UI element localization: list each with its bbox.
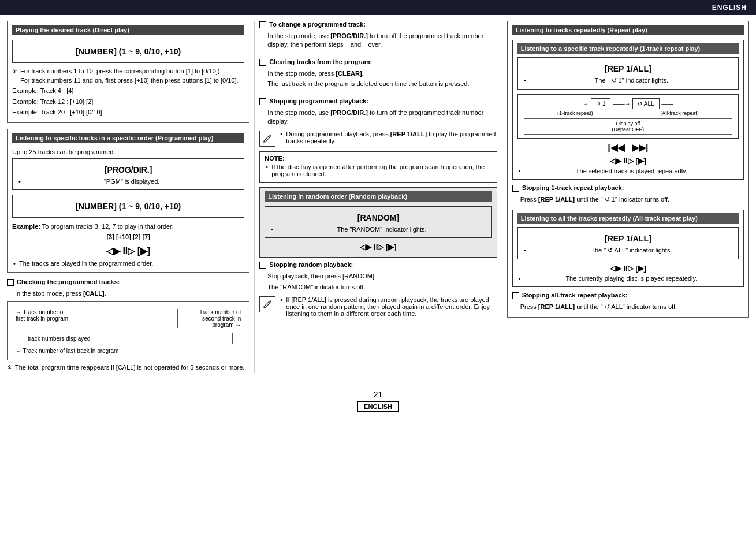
column-2: To change a programmed track: In the sto… — [254, 21, 501, 373]
page-number: 21 — [0, 390, 756, 399]
prog-dir-box: [PROG/DIR.] "PGM" is displayed. — [12, 158, 244, 190]
check-programmed-text: In the stop mode, press [CALL]. — [7, 289, 249, 298]
rep-controls-small: ◁▶ II▷ [▶] — [517, 157, 739, 165]
checkbox-icon-3 — [259, 59, 266, 66]
stop-alltrack-title: Stopping all-track repeat playback: — [522, 292, 628, 299]
repeat-play-title: Listening to tracks repeatedly (Repeat p… — [512, 25, 744, 35]
programmed-play-section: Listening to specific tracks in a specif… — [7, 129, 249, 273]
stop-alltrack-header: Stopping all-track repeat playback: — [512, 292, 744, 299]
example2: Example: Track 12 : [+10] [2] — [12, 98, 244, 106]
rep-label: [REP 1/ALL] — [523, 64, 733, 73]
note-title: NOTE: — [265, 155, 491, 162]
pencil-note-1: During programmed playback, press [REP 1… — [259, 131, 497, 147]
random-controls: ◁▶ II▷ [▶] — [265, 243, 491, 251]
number-label-2: [NUMBER] (1 ~ 9, 0/10, +10) — [17, 202, 239, 211]
prog-dir-label: [PROG/DIR.] — [17, 165, 239, 174]
display-off-label: Display off — [528, 121, 728, 126]
one-track-repeat-box: Listening to a specific track repeatedly… — [512, 40, 744, 180]
repeat-play-section: Listening to tracks repeatedly (Repeat p… — [507, 21, 749, 318]
rep-all-controls: ◁▶ II▷ [▶] — [517, 264, 739, 273]
column-3: Listening to tracks repeatedly (Repeat p… — [502, 21, 749, 373]
stop-1track-header: Stopping 1-track repeat playback: — [512, 184, 744, 192]
one-track-title: Listening to a specific track repeatedly… — [517, 43, 739, 54]
rep-bullet-1: The " ↺ 1" indicator lights. — [523, 77, 733, 84]
random-play-title: Listening in random order (Random playba… — [265, 191, 491, 202]
change-track-text: In the stop mode, use [PROG/DIR.] to tur… — [259, 32, 497, 50]
prog-bullet: The tracks are played in the programmed … — [12, 260, 244, 267]
rep-bullet-2: The selected track is played repeatedly. — [517, 167, 739, 174]
pencil-bullet-2: If [REP 1/ALL] is pressed during random … — [279, 296, 497, 317]
rep-controls-big: |◀◀ ▶▶| — [517, 142, 739, 153]
note-track-1-10: For track numbers 1 to 10, press the cor… — [12, 68, 244, 75]
direct-play-section: Playing the desired track (Direct play) … — [7, 21, 249, 123]
stop-prog-header: Stopping programmed playback: — [259, 98, 497, 105]
note-text: If the disc tray is opened after perform… — [265, 163, 491, 177]
number-label-box-2: [NUMBER] (1 ~ 9, 0/10, +10) — [12, 195, 244, 218]
all-track-repeat-label: (All-track repeat) — [660, 110, 699, 116]
arrow-right-icon: → — [583, 100, 589, 107]
checkbox-icon-6 — [512, 185, 519, 192]
pencil-note-2: If [REP 1/ALL] is pressed during random … — [259, 296, 497, 319]
clear-tracks-title: Clearing tracks from the program: — [269, 58, 372, 65]
number-label-box: [NUMBER] (1 ~ 9, 0/10, +10) — [12, 40, 244, 63]
pencil-svg-2 — [262, 299, 273, 310]
checkbox-icon-4 — [259, 98, 266, 105]
example1: Example: Track 4 : [4] — [12, 87, 244, 95]
rep-all-label: [REP 1/ALL] — [523, 234, 733, 243]
direct-play-title: Playing the desired track (Direct play) — [12, 25, 244, 35]
arrow-end: —— — [662, 100, 673, 107]
pencil-svg — [262, 133, 273, 144]
stop-1track-text: Press [REP 1/ALL] until the " ↺ 1" indic… — [512, 195, 744, 204]
display-off-box: Display off (Repeat OFF) — [524, 118, 732, 135]
stop-alltrack-text: Press [REP 1/ALL] until the " ↺ ALL" ind… — [512, 303, 744, 311]
random-play-section: Listening in random order (Random playba… — [259, 187, 497, 258]
random-label-box: [RANDOM] The "RANDOM" indicator lights. — [265, 206, 491, 238]
number-label: [NUMBER] (1 ~ 9, 0/10, +10) — [17, 47, 239, 56]
note-track-11plus: For track numbers 11 and on, first press… — [12, 76, 244, 85]
all-track-repeat-box: Listening to all the tracks repeatedly (… — [512, 210, 744, 287]
stop-prog-text: In the stop mode, use [PROG/DIR.] to tur… — [259, 109, 497, 126]
rep-1-box: ↺ 1 — [591, 98, 610, 109]
stop-random-text2: The "RANDOM" indicator turns off. — [259, 283, 497, 292]
top-bar: ENGLISH — [0, 0, 756, 15]
stop-random-text1: Stop playback, then press [RANDOM]. — [259, 272, 497, 281]
display-off-sub: (Repeat OFF) — [528, 126, 728, 132]
stop-prog-title: Stopping programmed playback: — [269, 98, 368, 105]
stop-1track-title: Stopping 1-track repeat playback: — [522, 184, 624, 191]
language-label: ENGLISH — [712, 3, 747, 12]
clear-tracks-text2: The last track in the program is deleted… — [259, 80, 497, 88]
checkbox-icon-2 — [259, 21, 266, 28]
prog-controls: ◁▶ II▷ [▶] — [12, 245, 244, 256]
check-programmed-header: Checking the programmed tracks: — [7, 278, 249, 286]
rep-all-label-box: [REP 1/ALL] The " ↺ ALL" indicator light… — [517, 227, 739, 259]
stop-random-title: Stopping random playback: — [269, 261, 353, 268]
clear-tracks-text1: In the stop mode, press [CLEAR]. — [259, 69, 497, 78]
rep-all-bullet-1: The " ↺ ALL" indicator lights. — [523, 247, 733, 254]
change-track-title: To change a programmed track: — [269, 21, 366, 28]
prog-example-seq: [3] [+10] [2] [7] — [12, 233, 244, 241]
rep-all-box: ↺ ALL — [632, 98, 659, 109]
call-asterisk: The total program time reappears if [CAL… — [7, 364, 249, 371]
check-programmed-title: Checking the programmed tracks: — [17, 278, 120, 285]
change-track-header: To change a programmed track: — [259, 21, 497, 28]
prog-example-label: Example: To program tracks 3, 12, 7 to p… — [12, 222, 244, 231]
clear-tracks-header: Clearing tracks from the program: — [259, 58, 497, 66]
pencil-icon-1 — [259, 131, 275, 147]
programmed-play-title: Listening to specific tracks in a specif… — [12, 133, 244, 143]
all-track-title: Listening to all the tracks repeatedly (… — [517, 213, 739, 224]
pencil-icon-2 — [259, 296, 275, 312]
example3: Example: Track 20 : [+10] [0/10] — [12, 108, 244, 117]
note-box: NOTE: If the disc tray is opened after p… — [259, 151, 497, 183]
column-1: Playing the desired track (Direct play) … — [7, 21, 254, 373]
rep-all-bullet-2: The currently playing disc is played rep… — [517, 275, 739, 282]
checkbox-icon-5 — [259, 262, 266, 269]
page-footer: 21 ENGLISH — [0, 390, 756, 418]
stop-random-header: Stopping random playback: — [259, 261, 497, 269]
repeat-diagram: → ↺ 1 ——→ ↺ ALL —— (1-track repeat) (All… — [517, 94, 739, 139]
arrow-long-1: ——→ — [613, 100, 630, 107]
random-bullet: The "RANDOM" indicator lights. — [270, 226, 486, 233]
checkbox-icon-7 — [512, 292, 519, 299]
prog-intro: Up to 25 tracks can be programmed. — [12, 148, 244, 157]
random-label: [RANDOM] — [270, 213, 486, 222]
page-language: ENGLISH — [357, 401, 399, 412]
